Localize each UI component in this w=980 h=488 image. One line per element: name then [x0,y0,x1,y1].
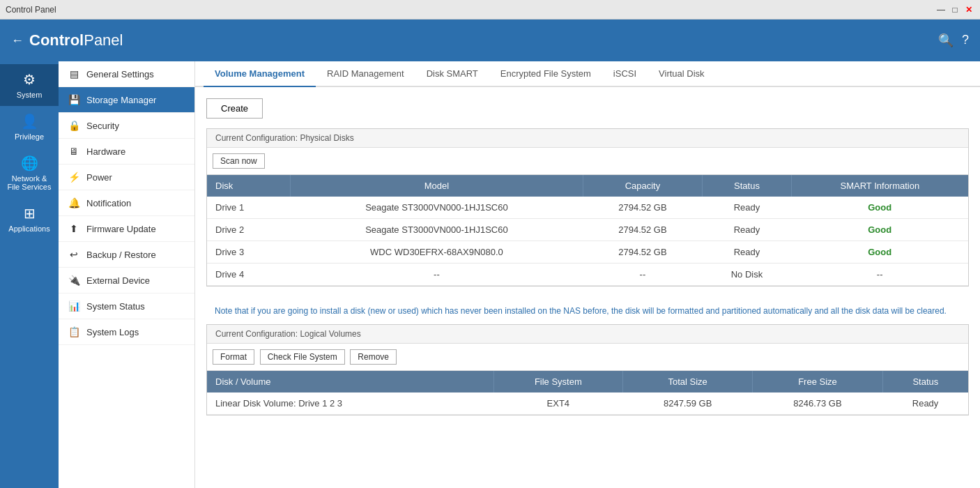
volume-name: Linear Disk Volume: Drive 1 2 3 [207,392,493,415]
backup-restore-icon: ↩ [67,249,81,260]
physical-disks-section: Current Configuration: Physical Disks Sc… [206,128,969,287]
title-bar: Control Panel — □ ✕ [0,0,980,20]
sidebar-item-network[interactable]: 🌐Network & File Services [0,148,59,198]
nav-label-external-device: External Device [86,275,150,286]
disk-capacity: 2794.52 GB [583,197,702,219]
col-vol-status: Status [882,371,968,392]
create-button[interactable]: Create [206,98,263,119]
disk-name: Drive 2 [207,219,291,241]
nav-item-firmware-update[interactable]: ⬆Firmware Update [59,216,194,242]
sidebar-label-privilege: Privilege [15,132,44,141]
tab-raid-management[interactable]: RAID Management [316,61,415,87]
nav-label-hardware: Hardware [86,146,125,157]
nav-label-storage-manager: Storage Manager [86,95,156,105]
sidebar-label-applications: Applications [8,224,49,233]
disk-name: Drive 4 [207,264,291,286]
nav-item-system-status[interactable]: 📊System Status [59,293,194,319]
disk-model: Seagate ST3000VN000-1HJ1SC60 [291,197,583,219]
col-model: Model [291,175,583,197]
format-button[interactable]: Format [213,349,254,365]
scan-now-button[interactable]: Scan now [213,153,265,169]
volume-total: 8247.59 GB [623,392,753,415]
nav-item-power[interactable]: ⚡Power [59,165,194,190]
disk-name: Drive 3 [207,241,291,264]
disk-status: No Disk [703,264,792,286]
nav-item-notification[interactable]: 🔔Notification [59,190,194,216]
table-row: Drive 1 Seagate ST3000VN000-1HJ1SC60 279… [207,197,968,219]
volume-status: Ready [882,392,968,415]
note-text: Note that if you are going to install a … [206,298,969,324]
nav-label-system-logs: System Logs [86,327,139,337]
nav-label-security: Security [86,121,119,131]
storage-manager-icon: 💾 [67,94,81,105]
col-total-size: Total Size [623,371,753,392]
tab-volume-management[interactable]: Volume Management [204,61,316,87]
disk-name: Drive 1 [207,197,291,219]
maximize-button[interactable]: □ [949,4,960,15]
close-button[interactable]: ✕ [963,4,974,15]
col-free-size: Free Size [753,371,882,392]
nav-label-system-status: System Status [86,301,145,312]
disk-status: Ready [703,219,792,241]
sidebar-item-applications[interactable]: ⊞Applications [0,198,59,240]
nav-item-backup-restore[interactable]: ↩Backup / Restore [59,242,194,268]
physical-disks-table: Disk Model Capacity Status SMART Informa… [207,175,968,286]
content-area: Volume ManagementRAID ManagementDisk SMA… [195,61,980,488]
sidebar-item-system[interactable]: ⚙System [0,64,59,106]
remove-button[interactable]: Remove [350,349,397,365]
tab-virtual-disk[interactable]: Virtual Disk [648,61,716,87]
col-smart: SMART Information [791,175,968,197]
table-row: Drive 3 WDC WD30EFRX-68AX9N080.0 2794.52… [207,241,968,264]
disk-capacity: 2794.52 GB [583,219,702,241]
disk-smart: Good [791,241,968,264]
app-title-bold: Control [29,31,84,49]
disk-status: Ready [703,197,792,219]
table-row: Drive 4 -- -- No Disk -- [207,264,968,286]
system-logs-icon: 📋 [67,326,81,337]
disk-model: Seagate ST3000VN000-1HJ1SC60 [291,219,583,241]
volume-filesystem: EXT4 [493,392,622,415]
table-row: Linear Disk Volume: Drive 1 2 3 EXT4 824… [207,392,968,415]
nav-label-notification: Notification [86,198,131,208]
nav-item-system-logs[interactable]: 📋System Logs [59,319,194,345]
minimize-button[interactable]: — [935,4,947,15]
disk-smart: -- [791,264,968,286]
logical-volumes-table: Disk / Volume File System Total Size Fre… [207,371,968,415]
nav-label-firmware-update: Firmware Update [86,224,156,234]
tab-encrypted-fs[interactable]: Encrypted File System [489,61,602,87]
back-button[interactable]: ← [11,33,24,48]
nav-item-external-device[interactable]: 🔌External Device [59,268,194,293]
nav-item-general-settings[interactable]: ▤General Settings [59,61,194,87]
physical-disks-header-row: Disk Model Capacity Status SMART Informa… [207,175,968,197]
notification-icon: 🔔 [67,197,81,208]
nav-label-power: Power [86,172,112,183]
disk-model: WDC WD30EFRX-68AX9N080.0 [291,241,583,264]
nav-item-storage-manager[interactable]: 💾Storage Manager [59,87,194,113]
logical-volumes-header-row: Disk / Volume File System Total Size Fre… [207,371,968,392]
check-file-system-button[interactable]: Check File System [260,349,345,365]
app-title-light: Panel [84,31,123,49]
firmware-update-icon: ⬆ [67,223,81,234]
sidebar-label-system: System [17,91,43,99]
external-device-icon: 🔌 [67,275,81,286]
disk-capacity: 2794.52 GB [583,241,702,264]
logical-volumes-header: Current Configuration: Logical Volumes [207,325,968,344]
nav-label-backup-restore: Backup / Restore [86,250,156,260]
nav-label-general-settings: General Settings [86,69,154,79]
col-capacity: Capacity [583,175,702,197]
tab-disk-smart[interactable]: Disk SMART [415,61,489,87]
system-icon: ⚙ [23,71,36,88]
system-status-icon: 📊 [67,300,81,312]
help-icon[interactable]: ? [962,33,969,48]
sidebar-item-privilege[interactable]: 👤Privilege [0,106,59,148]
nav-list: ▤General Settings💾Storage Manager🔒Securi… [59,61,195,488]
tabs: Volume ManagementRAID ManagementDisk SMA… [195,61,980,87]
disk-status: Ready [703,241,792,264]
nav-item-hardware[interactable]: 🖥Hardware [59,139,194,165]
tab-iscsi[interactable]: iSCSI [602,61,648,87]
nav-item-security[interactable]: 🔒Security [59,113,194,139]
physical-disks-header: Current Configuration: Physical Disks [207,129,968,148]
search-icon[interactable]: 🔍 [938,33,954,48]
app-title: ControlPanel [29,31,123,49]
col-status: Status [703,175,792,197]
